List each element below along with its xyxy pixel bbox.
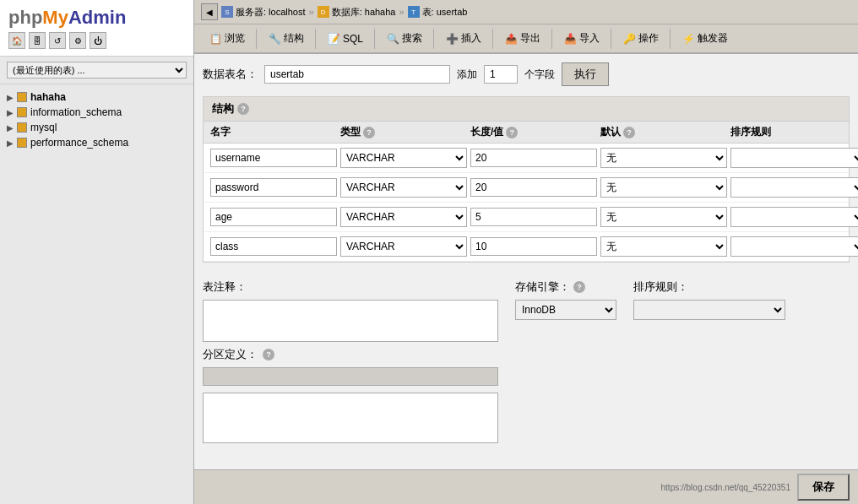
col-header-length: 长度/值 ? (470, 125, 597, 139)
col-name-input-3[interactable] (210, 237, 337, 256)
import-button[interactable]: 📥 导入 (556, 28, 607, 49)
storage-group: 存储引擎： ? InnoDB MyISAM MEMORY CSV (515, 279, 616, 443)
import-icon: 📥 (563, 32, 577, 46)
triggers-button[interactable]: ⚡ 触发器 (674, 28, 736, 49)
table-icon: T (408, 6, 420, 18)
db-item-performance-schema[interactable]: ▶ performance_schema (7, 135, 187, 150)
col-collation-select-2[interactable]: utf8_general_ci (730, 207, 858, 227)
columns-header: 名字 类型 ? 长度/值 ? 默认 ? 排序规则 属 (204, 122, 849, 144)
partition-label: 分区定义： (203, 347, 258, 362)
db-tree: ▶ hahaha ▶ information_schema ▶ mysql ▶ … (0, 84, 193, 504)
breadcrumb-bar: ◀ S 服务器: localhost » D 数据库: hahaha » T 表… (194, 0, 858, 24)
col-length-input-2[interactable] (470, 208, 597, 226)
expand-icon: ▶ (7, 138, 14, 148)
col-name-input-1[interactable] (210, 178, 337, 197)
collation-select[interactable]: utf8_general_ci utf8mb4_general_ci latin… (633, 300, 785, 320)
table-row: VARCHAR INTTEXTDATE 无 NULL utf8_general_… (204, 173, 849, 203)
footer-bar: https://blog.csdn.net/qq_45220351 保存 (194, 469, 858, 504)
col-length-input-0[interactable] (470, 149, 597, 167)
search-button[interactable]: 🔍 搜索 (378, 28, 430, 49)
col-name-input-0[interactable] (210, 149, 337, 167)
partition-input[interactable] (203, 367, 498, 386)
storage-select[interactable]: InnoDB MyISAM MEMORY CSV (515, 300, 616, 320)
comment-textarea[interactable] (203, 300, 498, 342)
structure-panel: 结构 ? 名字 类型 ? 长度/值 ? 默认 ? (203, 96, 850, 263)
col-name-input-2[interactable] (210, 208, 337, 226)
col-type-select-2[interactable]: VARCHAR INTTEXTDATE (340, 207, 467, 227)
logo-my: My (42, 7, 68, 28)
refresh-icon-btn[interactable]: ↺ (49, 32, 66, 49)
col-collation-select-0[interactable]: utf8_general_ci (730, 148, 858, 168)
col-type-select-1[interactable]: VARCHAR INTTEXTDATE (340, 177, 467, 198)
exit-icon-btn[interactable]: ⏻ (90, 32, 106, 49)
sql-label: SQL (343, 33, 363, 45)
table-row: VARCHAR INTTEXTDATE 无 NULLCURRENT_TIMEST… (204, 144, 849, 173)
db-item-hahaha[interactable]: ▶ hahaha (7, 89, 187, 105)
insert-button[interactable]: ➕ 插入 (437, 28, 489, 49)
type-help-icon[interactable]: ? (363, 127, 375, 138)
partition-textarea[interactable] (203, 393, 498, 443)
col-length-label: 长度/值 (470, 125, 503, 139)
col-header-collation: 排序规则 (730, 125, 858, 139)
structure-title: 结构 (212, 101, 234, 117)
col-collation-label: 排序规则 (730, 125, 771, 139)
content-area: 数据表名： 添加 个字段 执行 结构 ? 名字 类型 ? 长 (194, 54, 858, 469)
toolbar-divider-1 (256, 29, 257, 49)
default-help-icon[interactable]: ? (623, 127, 635, 138)
database-icon: D (318, 6, 329, 18)
toolbar-divider-6 (551, 29, 552, 49)
sort-group: 排序规则： utf8_general_ci utf8mb4_general_ci… (633, 279, 785, 443)
db-item-mysql[interactable]: ▶ mysql (7, 120, 187, 135)
footer-link: https://blog.csdn.net/qq_45220351 (661, 483, 790, 492)
col-header-type: 类型 ? (340, 125, 467, 139)
col-header-name: 名字 (210, 125, 337, 139)
collation-label: 排序规则： (633, 279, 785, 295)
partition-label-row: 分区定义： ? (203, 347, 498, 362)
sql-icon: 📝 (327, 32, 340, 46)
browse-button[interactable]: 📋 浏览 (201, 28, 253, 49)
col-collation-select-1[interactable]: utf8_general_ci (730, 177, 858, 198)
db-item-information-schema[interactable]: ▶ information_schema (7, 105, 187, 120)
sql-button[interactable]: 📝 SQL (319, 29, 371, 49)
toolbar-divider-8 (670, 29, 671, 49)
db-cylinder-icon (17, 122, 27, 133)
structure-button[interactable]: 🔧 结构 (260, 28, 312, 49)
storage-help-icon[interactable]: ? (573, 281, 585, 293)
tablename-input[interactable] (264, 65, 450, 84)
sidebar: phpMyAdmin 🏠 🗄 ↺ ⚙ ⏻ (最近使用的表) ... ▶ haha… (0, 0, 194, 504)
col-type-select-0[interactable]: VARCHAR INTTEXTDATE (340, 148, 467, 168)
save-button[interactable]: 保存 (797, 474, 850, 501)
server-icon: S (221, 6, 233, 18)
length-help-icon[interactable]: ? (506, 127, 518, 138)
db-cylinder-icon (17, 107, 27, 117)
col-default-select-2[interactable]: 无 NULL (600, 207, 727, 227)
exec-button[interactable]: 执行 (562, 62, 609, 86)
col-default-select-3[interactable]: 无 NULL (600, 236, 727, 257)
col-type-select-3[interactable]: VARCHAR INTTEXTDATE (340, 236, 467, 257)
col-length-input-1[interactable] (470, 178, 597, 197)
breadcrumb-db-label: 数据库: hahaha (332, 6, 396, 19)
db-icon-btn[interactable]: 🗄 (29, 32, 46, 49)
main-content: ◀ S 服务器: localhost » D 数据库: hahaha » T 表… (194, 0, 858, 504)
recent-tables-select[interactable]: (最近使用的表) ... (7, 62, 187, 79)
field-label: 个字段 (524, 68, 555, 82)
search-icon: 🔍 (386, 32, 399, 46)
add-count-input[interactable] (484, 65, 518, 84)
settings-icon-btn[interactable]: ⚙ (69, 32, 86, 49)
home-icon-btn[interactable]: 🏠 (8, 32, 25, 49)
structure-help-icon[interactable]: ? (237, 103, 249, 115)
col-default-select-0[interactable]: 无 NULLCURRENT_TIMESTAMP (600, 148, 727, 168)
db-cylinder-icon (17, 138, 27, 148)
col-collation-select-3[interactable]: utf8_general_ci (730, 236, 858, 257)
bc-sep-1: » (309, 7, 314, 17)
back-button[interactable]: ◀ (201, 3, 218, 20)
operations-button[interactable]: 🔑 操作 (615, 28, 666, 49)
col-default-select-1[interactable]: 无 NULL (600, 177, 727, 198)
export-button[interactable]: 📤 导出 (497, 28, 548, 49)
partition-help-icon[interactable]: ? (263, 349, 274, 360)
toolbar: 📋 浏览 🔧 结构 📝 SQL 🔍 搜索 ➕ 插入 📤 导出 📥 (194, 24, 858, 54)
operations-label: 操作 (638, 31, 659, 46)
toolbar-divider-7 (611, 29, 611, 49)
col-length-input-3[interactable] (470, 237, 597, 256)
triggers-label: 触发器 (698, 31, 728, 46)
